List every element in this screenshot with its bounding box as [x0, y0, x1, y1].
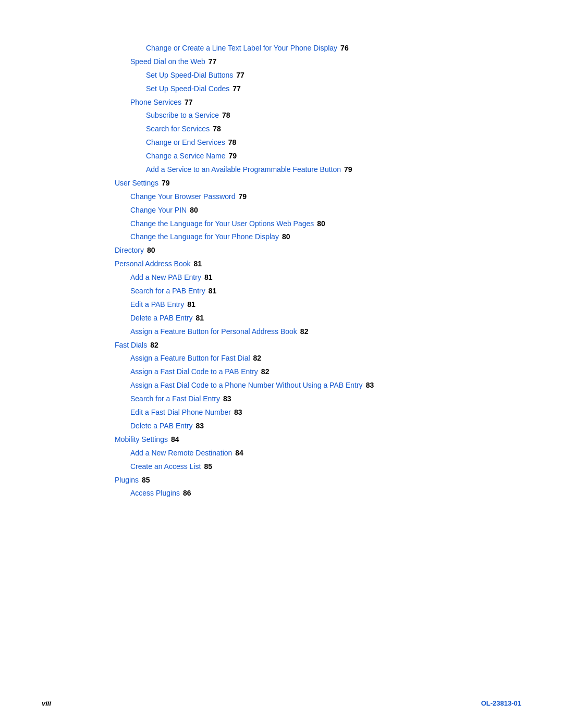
- toc-page-number: 80: [317, 219, 325, 228]
- toc-link[interactable]: Plugins: [115, 476, 139, 484]
- toc-entry: Directory80: [115, 244, 500, 257]
- toc-link[interactable]: Search for Services: [146, 125, 210, 133]
- toc-page-number: 79: [239, 192, 247, 201]
- toc-entry: Create an Access List85: [130, 460, 500, 474]
- toc-page-number: 79: [344, 165, 352, 174]
- toc-page-number: 78: [222, 111, 230, 119]
- toc-page-number: 81: [196, 314, 204, 322]
- toc-entry: Subscribe to a Service78: [146, 109, 500, 122]
- toc-link[interactable]: Delete a PAB Entry: [130, 422, 193, 430]
- toc-entry: Mobility Settings84: [115, 433, 500, 447]
- toc-link[interactable]: Add a New PAB Entry: [130, 273, 201, 281]
- toc-link[interactable]: Assign a Fast Dial Code to a PAB Entry: [130, 367, 258, 376]
- toc-entry: Speed Dial on the Web77: [130, 55, 500, 69]
- toc-entry: Change the Language for Your User Option…: [130, 217, 500, 231]
- toc-page-number: 85: [142, 476, 150, 484]
- toc-link[interactable]: Access Plugins: [130, 489, 180, 497]
- toc-entry: Change Your Browser Password79: [130, 190, 500, 204]
- toc-page-number: 83: [234, 408, 242, 416]
- footer-page-number: viii: [42, 699, 51, 707]
- toc-link[interactable]: Change the Language for Your User Option…: [130, 219, 314, 228]
- toc-page-number: 77: [236, 71, 244, 79]
- toc-entry: Search for a PAB Entry81: [130, 285, 500, 298]
- toc-entry: Change Your PIN80: [130, 204, 500, 217]
- toc-link[interactable]: Search for a Fast Dial Entry: [130, 394, 220, 403]
- toc-entry: Add a New PAB Entry81: [130, 271, 500, 285]
- toc-entry: Change a Service Name79: [146, 150, 500, 163]
- toc-link[interactable]: Set Up Speed-Dial Codes: [146, 84, 229, 93]
- toc-entry: Fast Dials82: [115, 339, 500, 352]
- toc-entry: Plugins85: [115, 474, 500, 487]
- toc-page-number: 80: [190, 206, 198, 214]
- toc-link[interactable]: Change or Create a Line Text Label for Y…: [146, 44, 337, 52]
- toc-link[interactable]: Assign a Feature Button for Fast Dial: [130, 354, 250, 362]
- toc-link[interactable]: Fast Dials: [115, 341, 147, 349]
- toc-link[interactable]: Search for a PAB Entry: [130, 287, 205, 295]
- toc-page-number: 82: [150, 341, 158, 349]
- toc-link[interactable]: Add a Service to an Available Programmab…: [146, 165, 341, 174]
- toc-entry: Access Plugins86: [130, 487, 500, 500]
- toc-page-number: 82: [261, 367, 270, 376]
- toc-entry: Add a New Remote Destination84: [130, 447, 500, 460]
- toc-page-number: 77: [232, 84, 241, 93]
- toc-link[interactable]: Change Your Browser Password: [130, 192, 236, 201]
- toc-entry: Change or End Services78: [146, 136, 500, 150]
- toc-page-number: 77: [185, 98, 193, 106]
- toc-page-number: 79: [229, 152, 237, 160]
- toc-link[interactable]: Phone Services: [130, 98, 181, 106]
- toc-link[interactable]: Assign a Fast Dial Code to a Phone Numbe…: [130, 381, 363, 389]
- toc-page-number: 80: [282, 232, 290, 241]
- toc-entry: Personal Address Book81: [115, 257, 500, 271]
- toc-page-number: 81: [209, 287, 217, 295]
- toc-page-number: 82: [300, 327, 309, 336]
- toc-entry: Assign a Fast Dial Code to a PAB Entry82: [130, 365, 500, 379]
- page-footer: viii OL-23813-01: [0, 699, 563, 707]
- toc-entry: Set Up Speed-Dial Codes77: [146, 82, 500, 96]
- toc-page-number: 83: [196, 422, 204, 430]
- page-container: Change or Create a Line Text Label for Y…: [0, 0, 563, 728]
- toc-entry: Assign a Fast Dial Code to a Phone Numbe…: [130, 379, 500, 392]
- toc-link[interactable]: User Settings: [115, 179, 158, 187]
- toc-link[interactable]: Change the Language for Your Phone Displ…: [130, 232, 279, 241]
- toc-entry: Edit a Fast Dial Phone Number83: [130, 406, 500, 419]
- toc-entry: Assign a Feature Button for Personal Add…: [130, 325, 500, 339]
- toc-link[interactable]: Change a Service Name: [146, 152, 226, 160]
- toc-link[interactable]: Edit a PAB Entry: [130, 300, 184, 309]
- toc-link[interactable]: Change or End Services: [146, 138, 225, 146]
- toc-entry: Delete a PAB Entry83: [130, 419, 500, 433]
- toc-page-number: 78: [228, 138, 237, 146]
- toc-page-number: 77: [209, 57, 217, 66]
- toc-page-number: 86: [183, 489, 191, 497]
- toc-page-number: 85: [204, 462, 212, 471]
- toc-page-number: 83: [366, 381, 374, 389]
- toc-entry: Search for Services78: [146, 122, 500, 136]
- toc-entry: Set Up Speed-Dial Buttons77: [146, 69, 500, 82]
- toc-link[interactable]: Add a New Remote Destination: [130, 449, 232, 457]
- toc-page-number: 84: [171, 435, 179, 443]
- toc-page-number: 81: [204, 273, 213, 281]
- toc-link[interactable]: Create an Access List: [130, 462, 201, 471]
- toc-link[interactable]: Delete a PAB Entry: [130, 314, 193, 322]
- toc-page-number: 78: [213, 125, 221, 133]
- toc-entry: User Settings79: [115, 177, 500, 190]
- toc-link[interactable]: Mobility Settings: [115, 435, 168, 443]
- toc-page-number: 84: [235, 449, 243, 457]
- toc-page-number: 81: [187, 300, 195, 309]
- toc-page-number: 81: [194, 260, 202, 268]
- toc-entry: Phone Services77: [130, 96, 500, 109]
- toc-link[interactable]: Subscribe to a Service: [146, 111, 219, 119]
- toc-entry: Change or Create a Line Text Label for Y…: [146, 42, 500, 55]
- toc-entry: Change the Language for Your Phone Displ…: [130, 230, 500, 244]
- toc-link[interactable]: Edit a Fast Dial Phone Number: [130, 408, 231, 416]
- toc-link[interactable]: Directory: [115, 246, 144, 254]
- toc-link[interactable]: Set Up Speed-Dial Buttons: [146, 71, 233, 79]
- toc-entry: Search for a Fast Dial Entry83: [130, 392, 500, 406]
- footer-doc-number: OL-23813-01: [481, 699, 521, 707]
- toc-page-number: 80: [147, 246, 155, 254]
- toc-link[interactable]: Speed Dial on the Web: [130, 57, 205, 66]
- toc-entry: Delete a PAB Entry81: [130, 312, 500, 325]
- toc-link[interactable]: Personal Address Book: [115, 260, 191, 268]
- toc-page-number: 76: [340, 44, 349, 52]
- toc-link[interactable]: Change Your PIN: [130, 206, 187, 214]
- toc-link[interactable]: Assign a Feature Button for Personal Add…: [130, 327, 297, 336]
